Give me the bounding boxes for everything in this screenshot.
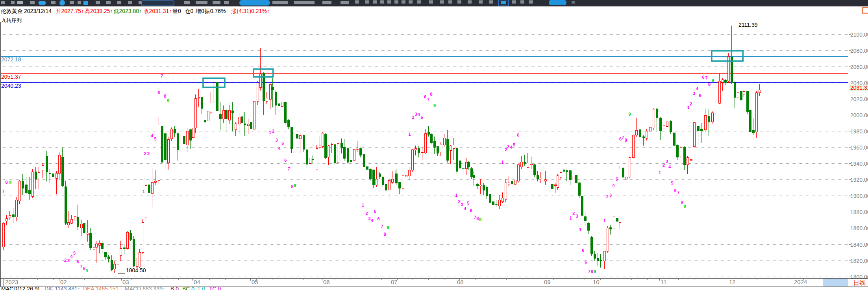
svg-text:6: 6 — [424, 94, 426, 99]
svg-text:5: 5 — [671, 181, 674, 185]
svg-text:8: 8 — [591, 269, 593, 274]
svg-text:T 0: T 0 — [197, 286, 205, 290]
svg-text:2: 2 — [458, 199, 461, 204]
svg-text:9: 9 — [167, 98, 169, 103]
svg-text:2: 2 — [606, 194, 609, 199]
svg-text:MACD(12,26,9): MACD(12,26,9) — [1, 286, 39, 290]
svg-text:3: 3 — [507, 144, 509, 149]
svg-text:1: 1 — [570, 216, 572, 220]
svg-text:8: 8 — [384, 232, 386, 236]
svg-text:06: 06 — [323, 279, 330, 285]
svg-text:2031.31: 2031.31 — [850, 85, 868, 91]
svg-text:8: 8 — [430, 92, 432, 96]
svg-text:5: 5 — [513, 142, 515, 147]
svg-text:2: 2 — [663, 163, 665, 168]
svg-text:高2039.25↑: 高2039.25↑ — [85, 8, 113, 14]
svg-text:12: 12 — [729, 279, 736, 285]
svg-text:3: 3 — [67, 258, 70, 263]
svg-text:3: 3 — [693, 91, 695, 96]
svg-text:1: 1 — [501, 160, 503, 164]
svg-text:6: 6 — [76, 259, 79, 264]
svg-text:1: 1 — [603, 218, 606, 223]
svg-text:8: 8 — [291, 184, 293, 189]
svg-text:收2031.31↑: 收2031.31↑ — [144, 8, 172, 14]
svg-text:8: 8 — [681, 200, 683, 205]
svg-text:1900.00: 1900.00 — [850, 193, 868, 199]
svg-text:2000.00: 2000.00 — [850, 112, 868, 118]
svg-text:3: 3 — [147, 151, 150, 156]
svg-text:2: 2 — [272, 129, 274, 133]
svg-text:1860.00: 1860.00 — [850, 225, 868, 231]
svg-text:6: 6 — [585, 260, 587, 264]
svg-text:涨(4.31)0.21%↑: 涨(4.31)0.21%↑ — [231, 8, 270, 14]
svg-text:10: 10 — [593, 279, 600, 285]
svg-text:6: 6 — [517, 133, 520, 137]
svg-text:03: 03 — [122, 279, 129, 285]
svg-text:4: 4 — [151, 133, 154, 138]
svg-text:9: 9 — [387, 225, 389, 230]
svg-text:3: 3 — [576, 214, 578, 218]
svg-text:1: 1 — [408, 132, 411, 137]
svg-text:8: 8 — [83, 266, 85, 271]
svg-text:6: 6 — [702, 75, 704, 79]
svg-text:4: 4 — [70, 254, 73, 259]
svg-text:7: 7 — [427, 97, 429, 102]
svg-text:4: 4 — [668, 164, 671, 169]
svg-text:8: 8 — [708, 82, 711, 87]
svg-text:04: 04 — [194, 279, 200, 285]
svg-text:8: 8 — [476, 216, 479, 221]
svg-text:2080.00: 2080.00 — [850, 48, 868, 54]
svg-text:1980.00: 1980.00 — [850, 128, 868, 135]
svg-text:量0: 量0 — [172, 8, 181, 14]
svg-text:5: 5 — [154, 137, 157, 141]
svg-text:9: 9 — [479, 217, 481, 222]
svg-text:4: 4 — [371, 218, 374, 223]
svg-text:增0: 增0 — [195, 8, 204, 14]
svg-text:5: 5 — [699, 93, 701, 98]
svg-text:4: 4 — [613, 183, 615, 188]
svg-text:日线: 日线 — [853, 279, 866, 286]
svg-text:8: 8 — [625, 138, 627, 142]
svg-text:4: 4 — [418, 112, 420, 117]
svg-text:3: 3 — [368, 216, 371, 221]
svg-text:1: 1 — [362, 203, 364, 207]
svg-text:2: 2 — [64, 258, 67, 262]
svg-text:4: 4 — [464, 206, 466, 211]
svg-text:5: 5 — [281, 141, 284, 146]
svg-text:开2027.75↑: 开2027.75↑ — [56, 8, 84, 14]
svg-text:4: 4 — [579, 227, 581, 232]
svg-text:08: 08 — [457, 279, 464, 285]
svg-text:7: 7 — [474, 215, 476, 220]
svg-text:7: 7 — [622, 135, 624, 140]
svg-text:5: 5 — [582, 248, 584, 253]
svg-text:5: 5 — [616, 177, 618, 181]
svg-text:2023: 2023 — [5, 279, 18, 285]
svg-text:1920.00: 1920.00 — [850, 177, 868, 183]
svg-text:3: 3 — [415, 112, 417, 116]
svg-text:4: 4 — [696, 86, 699, 91]
svg-text:2060.00: 2060.00 — [850, 64, 868, 70]
svg-text:2020.00: 2020.00 — [850, 96, 868, 102]
svg-text:5: 5 — [73, 251, 76, 255]
svg-text:仓0: 仓0 — [185, 8, 193, 14]
svg-text:TC 0: TC 0 — [209, 286, 221, 290]
svg-text:1: 1 — [687, 105, 690, 110]
svg-text:1: 1 — [143, 189, 145, 194]
svg-text:DIF 1143.481↑: DIF 1143.481↑ — [44, 286, 80, 290]
svg-text:2051.37: 2051.37 — [1, 74, 21, 80]
svg-text:9: 9 — [629, 112, 631, 116]
svg-text:5: 5 — [421, 115, 423, 120]
svg-text:3: 3 — [461, 202, 463, 207]
svg-text:低2023.80↑: 低2023.80↑ — [113, 8, 142, 14]
svg-text:6: 6 — [377, 216, 379, 221]
svg-text:6: 6 — [674, 188, 676, 193]
svg-text:2024: 2024 — [794, 279, 807, 285]
svg-text:9: 9 — [85, 268, 88, 273]
svg-text:2072.18: 2072.18 — [1, 56, 21, 63]
svg-text:九转序列: 九转序列 — [1, 17, 22, 23]
svg-text:7: 7 — [288, 166, 290, 171]
svg-text:09: 09 — [544, 279, 551, 285]
svg-text:2100.00: 2100.00 — [850, 31, 868, 38]
svg-text:9: 9 — [684, 204, 686, 209]
svg-text:8: 8 — [164, 94, 166, 98]
